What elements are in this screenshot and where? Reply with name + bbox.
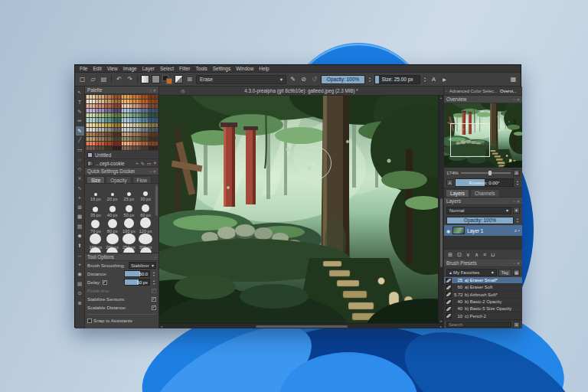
float-docker-icon[interactable]: ▫ bbox=[514, 261, 515, 266]
overview-thumbnail[interactable] bbox=[444, 103, 522, 168]
float-docker-icon[interactable]: ▫ bbox=[155, 255, 156, 260]
snap-to-assistants-checkbox[interactable] bbox=[87, 318, 92, 323]
tab-opacity[interactable]: Opacity bbox=[106, 176, 131, 183]
crop-tool-icon[interactable]: ▨ bbox=[76, 222, 84, 231]
brush-preset-row[interactable]: 40 b) Basic-2 Opacity bbox=[444, 299, 522, 305]
brush-size-option[interactable]: 30 px bbox=[137, 185, 154, 201]
measure-tool-icon[interactable]: ▤ bbox=[76, 279, 84, 289]
brush-size-option[interactable]: 16 px bbox=[87, 185, 104, 201]
palette-row[interactable] bbox=[86, 109, 158, 113]
edit-palette-icon[interactable]: ✎ bbox=[141, 161, 145, 166]
multibrush-tool-icon[interactable]: ▦ bbox=[76, 213, 84, 222]
brush-size-option[interactable]: 20 px bbox=[104, 185, 121, 201]
stabilize-sensors-checkbox[interactable]: ✓ bbox=[152, 297, 156, 302]
brush-preset-row[interactable]: 25 a) Eraser Small* bbox=[444, 277, 522, 284]
float-docker-icon[interactable]: ▫ bbox=[150, 169, 152, 174]
brush-preset-row[interactable]: 40 b) Basic-5 Size Opacity bbox=[444, 305, 522, 312]
close-docker-icon[interactable]: ✕ bbox=[153, 169, 156, 174]
bezier-curve-tool-icon[interactable]: ∿ bbox=[76, 184, 84, 193]
layers-list-empty-area[interactable] bbox=[444, 236, 522, 249]
brush-size-option[interactable]: 35 px bbox=[87, 201, 104, 217]
palette-row[interactable] bbox=[86, 118, 158, 122]
edit-brush-icon[interactable]: ✎ bbox=[289, 75, 297, 83]
brush-size-option[interactable]: 100 px bbox=[121, 217, 138, 234]
foreground-background-color-swatch[interactable] bbox=[162, 75, 172, 84]
menu-item[interactable]: Filter bbox=[179, 66, 190, 71]
workspace-chooser-button[interactable]: ▦ bbox=[509, 75, 518, 83]
undo-button[interactable]: ↶ bbox=[115, 75, 123, 83]
freehand-brush-tool-icon[interactable]: ✎ bbox=[76, 126, 84, 136]
palette-row[interactable] bbox=[86, 132, 158, 136]
layer-properties-button[interactable]: ≡ bbox=[483, 252, 486, 257]
close-docker-icon[interactable]: ✕ bbox=[517, 199, 520, 204]
duplicate-layer-button[interactable]: ⊡ bbox=[457, 252, 462, 258]
opacity-spinner[interactable]: ▴▾ bbox=[368, 77, 372, 82]
layer-opacity-spinner[interactable]: ▴▾ bbox=[515, 217, 520, 223]
layer-visibility-icon[interactable]: ◉ bbox=[446, 228, 450, 234]
palette-entry-cookie[interactable]: ...cept-cookie + ✎ ▭ ♥ bbox=[85, 159, 158, 168]
pan-tool-icon[interactable]: ⊙ bbox=[76, 289, 84, 299]
float-docker-icon[interactable]: ▫ bbox=[150, 88, 152, 93]
delay-slider[interactable]: 50 px bbox=[124, 279, 150, 286]
mirror-view-button[interactable]: A bbox=[446, 179, 453, 186]
filter-layers-icon[interactable]: ▼ bbox=[513, 207, 520, 214]
freehand-path-tool-icon[interactable]: + bbox=[76, 194, 84, 203]
scrollbar-thumb[interactable] bbox=[256, 325, 348, 328]
mirror-horizontal-button[interactable]: A bbox=[430, 75, 438, 83]
brush-presets-popup-button[interactable]: ⊞ bbox=[185, 75, 194, 83]
brush-size-option[interactable]: 50 px bbox=[121, 201, 138, 217]
transform-tool-icon[interactable]: ↖ bbox=[76, 88, 84, 97]
reload-preset-button[interactable]: ↺ bbox=[310, 75, 318, 83]
mirror-vertical-button[interactable]: ▶ bbox=[440, 75, 449, 83]
palette-row[interactable] bbox=[86, 142, 158, 145]
new-document-button[interactable]: ▢ bbox=[78, 75, 87, 83]
close-docker-icon[interactable]: ✕ bbox=[153, 88, 156, 93]
brush-size-option[interactable]: 60 px bbox=[137, 201, 154, 217]
palette-entry-untitled[interactable]: Untitled bbox=[85, 151, 158, 159]
redo-button[interactable]: ↷ bbox=[126, 75, 134, 83]
move-layer-up-button[interactable]: ∧ bbox=[475, 252, 479, 258]
import-palette-icon[interactable]: ▭ bbox=[147, 161, 152, 166]
palette-row[interactable] bbox=[86, 100, 158, 103]
edit-shapes-tool-icon[interactable]: ✎ bbox=[76, 107, 84, 116]
palette-row[interactable] bbox=[86, 137, 158, 141]
search-options-icon[interactable]: ⊞ bbox=[513, 322, 520, 328]
move-layer-down-button[interactable]: ∨ bbox=[466, 252, 470, 258]
close-docker-icon[interactable]: ✕ bbox=[517, 261, 520, 266]
tab-flow[interactable]: Flow bbox=[132, 176, 152, 183]
gradient-chooser-button[interactable] bbox=[141, 75, 149, 83]
brush-preset-dropdown[interactable]: Erase ▾ bbox=[196, 75, 286, 84]
palette-row[interactable] bbox=[86, 95, 158, 99]
add-palette-icon[interactable]: + bbox=[136, 161, 139, 165]
close-docker-icon[interactable]: ✕ bbox=[517, 97, 520, 102]
brush-size-option[interactable]: 40 px bbox=[104, 201, 121, 217]
delay-checkbox[interactable]: ✓ bbox=[103, 280, 107, 285]
zoom-slider[interactable] bbox=[461, 172, 511, 174]
canvas-viewport[interactable] bbox=[159, 96, 438, 323]
search-input[interactable] bbox=[446, 322, 511, 328]
vertical-scrollbar[interactable]: ▴ ▾ bbox=[438, 96, 443, 323]
brush-size-option[interactable]: 80 px bbox=[104, 217, 121, 234]
finish-line-checkbox[interactable]: ✓ bbox=[152, 289, 156, 293]
fill-tool-icon[interactable]: ⬆ bbox=[76, 241, 84, 250]
tab-layers[interactable]: Layers bbox=[446, 189, 469, 197]
zoom-tool-icon[interactable]: ⊕ bbox=[76, 299, 84, 308]
scalable-distance-checkbox[interactable]: ✓ bbox=[152, 305, 156, 310]
fit-page-button[interactable]: ⊞ bbox=[513, 169, 520, 176]
palette-row[interactable] bbox=[86, 128, 158, 132]
lock-layer-icon[interactable]: ▪ bbox=[518, 228, 520, 233]
brush-preset-row[interactable]: 10 c) Pencil-2 bbox=[444, 312, 522, 319]
tag-button[interactable]: Tag bbox=[498, 269, 511, 276]
menu-item[interactable]: Image bbox=[123, 66, 137, 71]
brush-size-option[interactable]: 25 px bbox=[121, 185, 138, 201]
menu-item[interactable]: Help bbox=[259, 66, 269, 71]
palette-row[interactable] bbox=[86, 104, 158, 108]
palette-row[interactable] bbox=[86, 123, 158, 127]
dynamic-brush-tool-icon[interactable]: ⊞ bbox=[76, 203, 84, 212]
favorite-palette-icon[interactable]: ♥ bbox=[153, 161, 156, 165]
text-tool-icon[interactable]: T bbox=[76, 98, 84, 107]
inherit-alpha-icon[interactable]: α bbox=[514, 228, 517, 233]
menu-item[interactable]: Edit bbox=[93, 66, 101, 71]
menu-item[interactable]: View bbox=[107, 66, 118, 71]
layer-row[interactable]: ◉ Layer 1 α ▪ bbox=[444, 225, 522, 236]
